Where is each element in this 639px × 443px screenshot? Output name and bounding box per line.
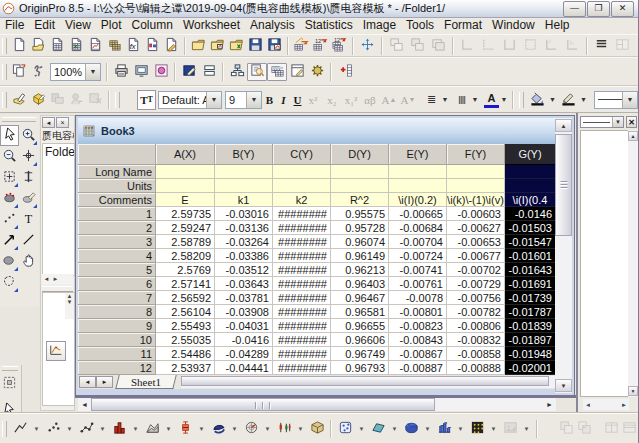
cell-11-B[interactable]: -0.04289 xyxy=(215,347,273,361)
axis-frame2-button[interactable] xyxy=(478,37,499,55)
menu-worksheet[interactable]: Worksheet xyxy=(178,17,245,34)
run-script-button[interactable] xyxy=(29,63,48,81)
font-name-combo[interactable]: Default: A ▼ xyxy=(158,91,222,109)
cell-10-C[interactable]: ######## xyxy=(273,333,331,347)
cell-10-G[interactable]: -0.01897 xyxy=(505,333,556,347)
cell-3-A[interactable]: 2.58789 xyxy=(156,235,215,249)
cell-7-G[interactable]: -0.01739 xyxy=(505,291,556,305)
cell-units-A[interactable] xyxy=(156,179,215,193)
row-header-4[interactable]: 4 xyxy=(78,249,156,263)
cell-units-G[interactable] xyxy=(505,179,556,193)
toolbar-gripper[interactable] xyxy=(115,92,120,108)
chevron-down-icon[interactable]: ▼ xyxy=(622,92,637,108)
cell-1-B[interactable]: -0.03016 xyxy=(215,207,273,221)
cell-12-C[interactable]: ######## xyxy=(273,361,331,375)
delete-sheet-button[interactable] xyxy=(86,91,105,109)
cell-6-A[interactable]: 2.57141 xyxy=(156,277,215,291)
cell-comments-C[interactable]: k2 xyxy=(273,193,331,207)
project-explorer-files[interactable]: ▲ ▼ xyxy=(42,292,75,406)
column-header-B[interactable]: B(Y) xyxy=(215,144,273,165)
cell-3-C[interactable]: ######## xyxy=(273,235,331,249)
cell-long-name-C[interactable] xyxy=(273,165,331,179)
cell-units-E[interactable] xyxy=(389,179,447,193)
cell-5-A[interactable]: 2.5769 xyxy=(156,263,215,277)
cell-4-G[interactable]: -0.01601 xyxy=(505,249,556,263)
zoom-out-button[interactable] xyxy=(0,146,19,167)
tab-scroll-right[interactable]: ► xyxy=(96,376,113,388)
font-color-button[interactable]: A xyxy=(484,92,499,108)
sheet1-tab[interactable]: Sheet1 xyxy=(115,375,176,389)
menu-view[interactable]: View xyxy=(60,17,96,34)
vertical-cursor-button[interactable] xyxy=(19,167,38,188)
save-template-button[interactable] xyxy=(265,37,284,55)
import-ascii-button[interactable]: 12 xyxy=(311,37,330,55)
cell-9-C[interactable]: ######## xyxy=(273,319,331,333)
toolbar-gripper[interactable] xyxy=(2,366,18,371)
chevron-down-icon[interactable]: ▼ xyxy=(578,91,589,109)
row-header-6[interactable]: 6 xyxy=(78,277,156,291)
workspace-horizontal-scrollbar[interactable]: ◄ ► xyxy=(78,398,556,411)
cell-3-E[interactable]: -0.00704 xyxy=(389,235,447,249)
panel-horizontal-scrollbar[interactable]: ◄ ► xyxy=(583,399,629,410)
duplicate-sheet-button[interactable] xyxy=(10,63,29,81)
cell-2-A[interactable]: 2.59247 xyxy=(156,221,215,235)
new-notes-button[interactable] xyxy=(162,37,181,55)
worksheet-table[interactable]: A(X)B(Y)C(Y)D(Y)E(Y)F(Y)G(Y)Long NameUni… xyxy=(78,144,557,375)
graph-window-icon[interactable] xyxy=(46,341,66,361)
menu-plot[interactable]: Plot xyxy=(96,17,127,34)
tab-scroll-left[interactable]: ◄ xyxy=(79,376,96,388)
duplicate-data-button[interactable] xyxy=(428,37,449,55)
font-dialog-button[interactable]: TT xyxy=(137,90,156,110)
pointer-button[interactable] xyxy=(0,125,19,146)
italic-button[interactable]: I xyxy=(277,91,290,109)
cell-12-E[interactable]: -0.00887 xyxy=(389,361,447,375)
cell-comments-A[interactable]: E xyxy=(156,193,215,207)
cell-6-C[interactable]: ######## xyxy=(273,277,331,291)
chevron-down-icon[interactable]: ▼ xyxy=(206,92,221,108)
box-graph-button[interactable] xyxy=(175,420,195,438)
row-header-7[interactable]: 7 xyxy=(78,291,156,305)
cell-5-B[interactable]: -0.03512 xyxy=(215,263,273,277)
cell-long-name-F[interactable] xyxy=(447,165,505,179)
cell-2-F[interactable]: -0.00627 xyxy=(447,221,505,235)
cell-12-A[interactable]: 2.53937 xyxy=(156,361,215,375)
pie3d-graph-button[interactable] xyxy=(401,420,421,438)
row-label-units[interactable]: Units xyxy=(78,179,156,193)
rescale-tool-button[interactable] xyxy=(357,37,378,55)
code-builder-button[interactable] xyxy=(307,63,327,81)
scrollbar-thumb[interactable] xyxy=(91,398,435,411)
edit-3d-button[interactable] xyxy=(29,91,48,109)
print-preview-button[interactable] xyxy=(131,63,151,81)
cell-12-G[interactable]: -0.02001 xyxy=(505,361,556,375)
polar-graph-button[interactable] xyxy=(241,420,261,438)
cell-10-E[interactable]: -0.00843 xyxy=(389,333,447,347)
results-log-button[interactable] xyxy=(247,63,267,81)
cell-comments-D[interactable]: R^2 xyxy=(331,193,389,207)
custom-routine-button[interactable] xyxy=(151,63,171,81)
toolbar-gripper[interactable] xyxy=(519,92,524,108)
chevron-down-icon[interactable]: ▼ xyxy=(261,420,274,438)
chevron-down-icon[interactable]: ▼ xyxy=(85,64,100,80)
axis-frame6-button[interactable]: ¼ xyxy=(562,37,583,55)
cell-11-C[interactable]: ######## xyxy=(273,347,331,361)
cell-9-G[interactable]: -0.01839 xyxy=(505,319,556,333)
folder-tree-item[interactable]: Folder1 xyxy=(43,144,74,159)
row-header-11[interactable]: 11 xyxy=(78,347,156,361)
cell-3-D[interactable]: 0.96074 xyxy=(331,235,389,249)
cell-1-D[interactable]: 0.95575 xyxy=(331,207,389,221)
cell-1-C[interactable]: ######## xyxy=(273,207,331,221)
cell-6-D[interactable]: 0.96403 xyxy=(331,277,389,291)
freehand-region-button[interactable] xyxy=(0,272,19,293)
chevron-down-icon[interactable]: ▼ xyxy=(246,92,261,108)
scatter-graph-button[interactable] xyxy=(43,420,63,438)
superscript-button[interactable]: x² xyxy=(305,91,321,109)
row-header-10[interactable]: 10 xyxy=(78,333,156,347)
chevron-down-icon[interactable]: ▼ xyxy=(129,420,142,438)
scrollbar-thumb[interactable] xyxy=(555,134,572,236)
chevron-down-icon[interactable]: ▼ xyxy=(96,420,109,438)
cell-5-E[interactable]: -0.00741 xyxy=(389,263,447,277)
cell-8-D[interactable]: 0.96581 xyxy=(331,305,389,319)
cell-4-A[interactable]: 2.58209 xyxy=(156,249,215,263)
import-wizard-button[interactable] xyxy=(292,37,311,55)
chevron-down-icon[interactable]: ▼ xyxy=(195,420,208,438)
